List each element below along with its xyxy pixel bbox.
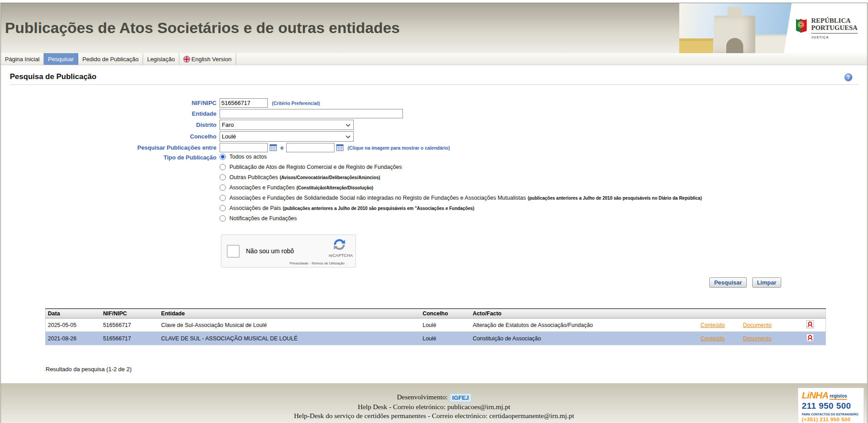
main-nav: Página Inicial Pesquisar Pedido de Publi…: [1, 53, 867, 65]
uk-flag-icon: [183, 56, 190, 63]
col-conteudo: [699, 309, 741, 318]
tipo-option-associacoes-fundacoes: Associações e Fundações (Constituição/Al…: [220, 184, 702, 191]
recaptcha-privacy-links[interactable]: Privacidade - Termos de Utilização: [281, 261, 353, 265]
linha-brand: LiNHA: [802, 391, 828, 400]
cell-nif: 516566717: [101, 318, 159, 332]
recaptcha-brand: reCAPTCHA: [329, 253, 350, 258]
table-row: 2021-08-26 516566717 CLAVE DE SUL - ASSO…: [46, 332, 826, 345]
igfej-logo[interactable]: IGFEJ: [450, 394, 471, 402]
chevron-down-icon: [346, 121, 351, 128]
cell-concelho: Loulé: [420, 318, 470, 332]
linha-registos-label: registos: [830, 394, 847, 400]
tipo-option-associacoes-de-pais: Associações de Pais (publicações anterio…: [220, 205, 702, 211]
conteudo-link[interactable]: Conteúdo: [701, 335, 725, 342]
tipo-label: Tipo de Publicação: [1, 154, 220, 161]
nif-input[interactable]: [220, 98, 268, 108]
nav-tab-legislacao[interactable]: Legislação: [143, 53, 179, 65]
gov-logo-text: REPÚBLICA PORTUGUESA JUSTIÇA: [811, 17, 858, 39]
header-banner: Publicações de Atos Societários e de out…: [1, 3, 867, 53]
table-row: 2025-05-05 516566717 Clave de Sul-Associ…: [46, 318, 826, 332]
main-content: ? Pesquisa de Publicação NIF/NIPC (Crité…: [1, 72, 867, 377]
col-entidade: Entidade: [159, 309, 420, 318]
date-from-input[interactable]: [220, 143, 268, 152]
calendar-icon[interactable]: [336, 144, 343, 151]
col-data: Data: [46, 309, 101, 318]
linha-note: PARA CONTACTOS DO ESTRANGEIRO: [802, 413, 860, 416]
recaptcha-widget: Não sou um robô reCAPTCHA Privacidade - …: [221, 235, 356, 268]
cell-concelho: Loulé: [420, 332, 470, 345]
footer-helpdesk-certidoes-line: Help-Desk do serviço de certidões perman…: [1, 412, 867, 420]
date-range-label: Pesquisar Publicações entre: [1, 144, 220, 151]
date-range-row: Pesquisar Publicações entre e (Clique na…: [1, 143, 867, 152]
page-heading: Pesquisa de Publicação: [10, 72, 858, 85]
header-photo: [679, 3, 792, 53]
date-separator: e: [280, 144, 284, 151]
photo-arch: [714, 16, 755, 53]
nav-tab-english-version[interactable]: English Version: [179, 53, 236, 65]
footer-dev-label: Desenvolvimento:: [397, 393, 448, 401]
nav-tab-pagina-inicial[interactable]: Página Inicial: [1, 53, 44, 65]
col-nif: NIF/NIPC: [101, 309, 159, 318]
conteudo-link[interactable]: Conteúdo: [701, 322, 725, 328]
cell-acto: Alteração de Estatutos de Associação/Fun…: [470, 318, 699, 332]
tipo-option-outras-publicacoes: Outras Publicações (Avisos/Convocatórias…: [220, 174, 702, 180]
recaptcha-logo-block: reCAPTCHA: [329, 238, 350, 258]
pdf-icon[interactable]: [806, 323, 814, 330]
entidade-label: Entidade: [1, 110, 220, 117]
page-frame: Publicações de Atos Societários e de out…: [0, 3, 868, 423]
linha-phone: 211 950 500: [802, 401, 860, 411]
concelho-selected-value: Loulé: [222, 133, 236, 140]
pesquisar-button[interactable]: Pesquisar: [709, 277, 747, 288]
nif-row: NIF/NIPC (Critério Preferencial): [1, 98, 867, 108]
gov-logo-line2: PORTUGUESA: [811, 24, 858, 32]
recaptcha-label: Não sou um robô: [246, 247, 294, 255]
chevron-down-icon: [346, 133, 351, 140]
documento-link[interactable]: Documento: [743, 335, 772, 342]
page-footer: Desenvolvimento:IGFEJ Help Desk - Correi…: [1, 383, 867, 423]
nif-hint: (Critério Preferencial): [272, 101, 320, 106]
distrito-selected-value: Faro: [222, 121, 234, 128]
footer-helpdesk-line: Help Desk - Correio eletrónico: publicac…: [1, 403, 867, 411]
results-header-row: Data NIF/NIPC Entidade Concelho Acto/Fac…: [46, 309, 826, 318]
linha-intl-phone: (+351) 211 950 500: [802, 417, 860, 422]
form-actions: Pesquisar Limpar: [1, 277, 781, 288]
radio-associacoes-de-pais[interactable]: [220, 205, 226, 211]
cell-data: 2025-05-05: [46, 318, 101, 332]
tipo-options: Todos os actos Publicação de Atos de Reg…: [220, 154, 702, 226]
nav-tab-english-version-label: English Version: [191, 56, 232, 63]
tipo-option-solidariedade-social: Associações e Fundações de Solidariedade…: [220, 195, 702, 201]
radio-registo-comercial[interactable]: [220, 164, 226, 170]
pdf-icon[interactable]: [806, 337, 814, 343]
radio-todos-os-actos[interactable]: [220, 154, 226, 160]
radio-associacoes-fundacoes[interactable]: [220, 184, 226, 191]
date-hint: (Clique na imagem para mostrar o calendá…: [347, 145, 450, 151]
footer-dev-line: Desenvolvimento:IGFEJ: [1, 393, 867, 402]
distrito-label: Distrito: [1, 121, 220, 128]
tipo-row: Tipo de Publicação Todos os actos Public…: [1, 154, 867, 226]
radio-outras-publicacoes[interactable]: [220, 174, 226, 180]
concelho-label: Concelho: [1, 133, 220, 140]
gov-logo-line1: REPÚBLICA: [811, 17, 858, 25]
recaptcha-checkbox[interactable]: [227, 245, 240, 258]
nav-tab-pesquisar[interactable]: Pesquisar: [44, 53, 78, 65]
cell-acto: Constituição de Associação: [470, 332, 699, 345]
republica-portuguesa-logo: REPÚBLICA PORTUGUESA JUSTIÇA: [779, 3, 867, 53]
linha-registos-logo: LiNHA registos 211 950 500 PARA CONTACTO…: [798, 388, 864, 423]
gov-logo-sub: JUSTIÇA: [811, 36, 858, 39]
cell-entidade: CLAVE DE SUL - ASSOCIAÇÃO MUSICAL DE LOU…: [159, 332, 420, 345]
cell-nif: 516566717: [101, 332, 159, 345]
nav-tab-pedido-de-publicacao[interactable]: Pedido de Publicação: [78, 53, 143, 65]
limpar-button[interactable]: Limpar: [752, 277, 781, 288]
col-documento: [741, 309, 795, 318]
entidade-row: Entidade: [1, 109, 867, 118]
documento-link[interactable]: Documento: [743, 322, 772, 328]
entidade-input[interactable]: [220, 109, 403, 118]
concelho-select[interactable]: Loulé: [220, 131, 354, 142]
date-to-input[interactable]: [286, 143, 334, 152]
tipo-option-registo-comercial: Publicação de Atos de Registo Comercial …: [220, 164, 702, 170]
radio-notificacoes-de-fundacoes[interactable]: [220, 215, 226, 222]
calendar-icon[interactable]: [270, 144, 277, 151]
distrito-select[interactable]: Faro: [220, 120, 354, 130]
help-icon[interactable]: ?: [844, 73, 852, 81]
radio-solidariedade-social[interactable]: [220, 195, 226, 201]
